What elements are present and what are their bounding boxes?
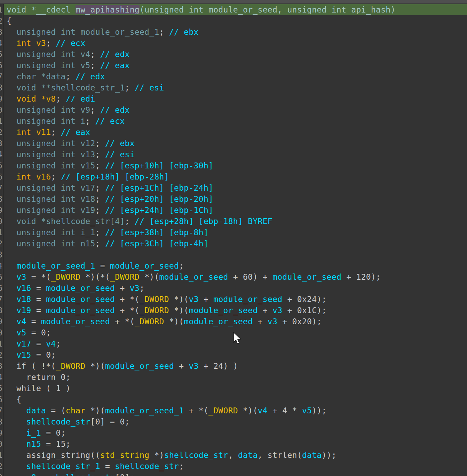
code-line[interactable]: 4 int v3; // ecx bbox=[0, 38, 467, 49]
code-line[interactable]: 12 int v11; // eax bbox=[0, 127, 467, 138]
code-line[interactable]: 40 n15 = 15; bbox=[0, 438, 467, 450]
code-line[interactable]: 11 unsigned int i; // ecx bbox=[0, 116, 467, 127]
code-token: v16 bbox=[16, 284, 31, 293]
code-text[interactable]: shellcode_str_1 = shellcode_str; bbox=[4, 461, 467, 472]
code-line[interactable]: 34 return 0; bbox=[0, 372, 467, 383]
code-line[interactable]: 18 unsigned int v18; // [esp+20h] [ebp-2… bbox=[0, 193, 467, 205]
code-text[interactable]: unsigned int v18; // [esp+20h] [ebp-20h] bbox=[4, 193, 467, 205]
code-text[interactable]: v18 = module_or_seed + *(_DWORD *)(v3 + … bbox=[4, 294, 467, 305]
code-text[interactable]: void *__cdecl mw_apihashing(unsigned int… bbox=[4, 4, 467, 15]
code-line[interactable]: 14 unsigned int v13; // esi bbox=[0, 149, 467, 160]
code-line[interactable]: 25 v3 = *(_DWORD *)(*(_DWORD *)(module_o… bbox=[0, 271, 467, 283]
code-line[interactable]: 15 unsigned int v15; // [esp+10h] [ebp-3… bbox=[0, 160, 467, 171]
code-text[interactable]: unsigned int v9; // edx bbox=[4, 104, 467, 116]
code-line[interactable]: 28 v19 = module_or_seed + *(_DWORD *)(mo… bbox=[0, 305, 467, 316]
code-text[interactable]: void *v8; // edi bbox=[4, 93, 467, 104]
code-text[interactable]: n15 = 15; bbox=[4, 438, 467, 450]
code-token: unsigned int v4 bbox=[7, 50, 90, 59]
code-line[interactable]: 6 unsigned int v5; // eax bbox=[0, 60, 467, 71]
code-text[interactable]: return 0; bbox=[4, 372, 467, 383]
code-text[interactable]: unsigned int i; // ecx bbox=[4, 116, 467, 127]
code-text[interactable]: char *data; // edx bbox=[4, 71, 467, 82]
code-line[interactable]: 20 void *shellcode_str[4]; // [esp+28h] … bbox=[0, 216, 467, 227]
code-line[interactable]: 26 v16 = module_or_seed + v3; bbox=[0, 283, 467, 294]
code-line[interactable]: 36 { bbox=[0, 394, 467, 405]
code-line[interactable]: 3 unsigned int module_or_seed_1; // ebx bbox=[0, 26, 467, 38]
code-line[interactable]: 16 int v16; // [esp+18h] [ebp-28h] bbox=[0, 171, 467, 182]
code-text[interactable]: while ( 1 ) bbox=[4, 383, 467, 394]
code-text[interactable]: unsigned int v15; // [esp+10h] [ebp-30h] bbox=[4, 160, 467, 171]
code-text[interactable]: unsigned int module_or_seed_1; // ebx bbox=[4, 26, 467, 38]
code-text[interactable]: int v3; // ecx bbox=[4, 38, 467, 49]
code-line[interactable]: 13 unsigned int v12; // ebx bbox=[0, 138, 467, 149]
code-text[interactable]: unsigned int v17; // [esp+1Ch] [ebp-24h] bbox=[4, 182, 467, 193]
code-text[interactable]: v17 = v4; bbox=[4, 338, 467, 349]
code-text[interactable]: v5 = 0; bbox=[4, 327, 467, 338]
code-line[interactable]: 19 unsigned int v19; // [esp+24h] [ebp-1… bbox=[0, 205, 467, 216]
code-token: v4 bbox=[258, 406, 268, 415]
code-text[interactable]: unsigned int v13; // esi bbox=[4, 149, 467, 160]
code-token: void *shellcode_str[4] bbox=[7, 217, 125, 226]
code-line[interactable]: 42 shellcode_str_1 = shellcode_str; bbox=[0, 461, 467, 472]
code-line[interactable]: 41 assign_string((std_string *)shellcode… bbox=[0, 450, 467, 461]
code-text[interactable]: v4 = module_or_seed + *(_DWORD *)(module… bbox=[4, 316, 467, 327]
code-line[interactable]: 30 v5 = 0; bbox=[0, 327, 467, 338]
code-token: module_or_seed bbox=[184, 317, 253, 326]
code-line[interactable]: 27 v18 = module_or_seed + *(_DWORD *)(v3… bbox=[0, 294, 467, 305]
code-text[interactable]: v3 = *(_DWORD *)(*(_DWORD *)(module_or_s… bbox=[4, 271, 467, 283]
code-token: // [esp+28h] [ebp-18h] BYREF bbox=[135, 217, 272, 226]
code-line[interactable]: 7 char *data; // edx bbox=[0, 71, 467, 82]
code-line[interactable]: 8 void **shellcode_str_1; // esi bbox=[0, 82, 467, 93]
code-text[interactable]: shellcode_str[0] = 0; bbox=[4, 416, 467, 427]
function-name-highlight[interactable]: mw_apihashing bbox=[76, 5, 140, 14]
code-token bbox=[7, 328, 16, 337]
line-number: 35 bbox=[0, 383, 2, 394]
code-line[interactable]: 39 i_1 = 0; bbox=[0, 427, 467, 438]
code-token: module_or_seed_1 bbox=[16, 261, 95, 270]
code-text[interactable] bbox=[4, 249, 467, 260]
code-line[interactable]: 29 v4 = module_or_seed + *(_DWORD *)(mod… bbox=[0, 316, 467, 327]
code-token: = 15; bbox=[41, 439, 71, 449]
code-line[interactable]: 38 shellcode_str[0] = 0; bbox=[0, 416, 467, 427]
code-line[interactable]: 33 if ( !*(_DWORD *)(module_or_seed + v3… bbox=[0, 360, 467, 372]
code-text[interactable]: void *shellcode_str[4]; // [esp+28h] [eb… bbox=[4, 216, 467, 227]
code-line[interactable]: 32 v15 = 0; bbox=[0, 349, 467, 360]
code-line[interactable]: 10 unsigned int v9; // edx bbox=[0, 104, 467, 116]
code-text[interactable]: v16 = module_or_seed + v3; bbox=[4, 283, 467, 294]
code-text[interactable]: i_1 = 0; bbox=[4, 427, 467, 438]
code-line[interactable]: 37 data = (char *)(module_or_seed_1 + *(… bbox=[0, 405, 467, 416]
code-line[interactable]: 23 bbox=[0, 249, 467, 260]
code-line[interactable]: 9 void *v8; // edi bbox=[0, 93, 467, 104]
code-line[interactable]: 1void *__cdecl mw_apihashing(unsigned in… bbox=[0, 4, 467, 15]
code-text[interactable]: int v16; // [esp+18h] [ebp-28h] bbox=[4, 171, 467, 182]
code-text[interactable]: unsigned int v19; // [esp+24h] [ebp-1Ch] bbox=[4, 205, 467, 216]
code-line[interactable]: 24 module_or_seed_1 = module_or_seed; bbox=[0, 260, 467, 271]
code-text[interactable]: int v11; // eax bbox=[4, 127, 467, 138]
code-line[interactable]: 5 unsigned int v4; // edx bbox=[0, 49, 467, 60]
code-text[interactable]: v19 = module_or_seed + *(_DWORD *)(modul… bbox=[4, 305, 467, 316]
line-number: 38 bbox=[0, 416, 2, 427]
code-line[interactable]: 43 v8 = shellcode_str[0]; bbox=[0, 472, 467, 476]
code-text[interactable]: unsigned int v4; // edx bbox=[4, 49, 467, 60]
code-line[interactable]: 21 unsigned int i_1; // [esp+38h] [ebp-8… bbox=[0, 227, 467, 238]
code-text[interactable]: unsigned int n15; // [esp+3Ch] [ebp-4h] bbox=[4, 238, 467, 249]
code-text[interactable]: data = (char *)(module_or_seed_1 + *(_DW… bbox=[4, 405, 467, 416]
code-text[interactable]: unsigned int i_1; // [esp+38h] [ebp-8h] bbox=[4, 227, 467, 238]
code-line[interactable]: 35 while ( 1 ) bbox=[0, 383, 467, 394]
code-line[interactable]: 17 unsigned int v17; // [esp+1Ch] [ebp-2… bbox=[0, 182, 467, 193]
code-text[interactable]: module_or_seed_1 = module_or_seed; bbox=[4, 260, 467, 271]
code-text[interactable]: v8 = shellcode_str[0]; bbox=[4, 472, 467, 476]
code-text[interactable]: void **shellcode_str_1; // esi bbox=[4, 82, 467, 93]
code-text[interactable]: unsigned int v12; // ebx bbox=[4, 138, 467, 149]
code-text[interactable]: if ( !*(_DWORD *)(module_or_seed + v3 + … bbox=[4, 360, 467, 372]
code-text[interactable]: { bbox=[4, 15, 467, 26]
code-line[interactable]: 31 v17 = v4; bbox=[0, 338, 467, 349]
code-text[interactable]: assign_string((std_string *)shellcode_st… bbox=[4, 450, 467, 461]
code-text[interactable]: { bbox=[4, 394, 467, 405]
code-line[interactable]: 2{ bbox=[0, 15, 467, 26]
code-text[interactable]: v15 = 0; bbox=[4, 349, 467, 360]
code-text[interactable]: unsigned int v5; // eax bbox=[4, 60, 467, 71]
line-number: 10 bbox=[0, 104, 2, 116]
code-token: module_or_seed bbox=[46, 306, 115, 315]
code-line[interactable]: 22 unsigned int n15; // [esp+3Ch] [ebp-4… bbox=[0, 238, 467, 249]
